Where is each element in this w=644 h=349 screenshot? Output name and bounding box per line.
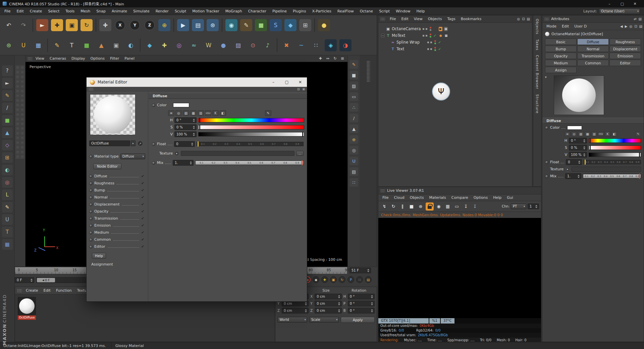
object-row[interactable]: − T MoText ✓ ● ▦ — [378, 32, 532, 39]
hsv-mode-icon[interactable]: HSV — [598, 131, 604, 136]
coord-system-select[interactable]: World▾ — [277, 317, 307, 323]
viewport-pan-icon[interactable]: ✚ — [317, 56, 323, 61]
panel-grip-icon[interactable] — [380, 17, 385, 21]
spline-primitive-icon[interactable]: S — [268, 16, 283, 35]
viewport-view-label[interactable]: Perspective — [30, 65, 51, 69]
slider-marker[interactable] — [302, 160, 303, 165]
visibility-dots[interactable] — [434, 40, 436, 44]
back-icon[interactable]: ◀ — [620, 24, 623, 28]
expander-icon[interactable] — [386, 47, 389, 51]
apply-button[interactable]: Apply — [341, 317, 375, 323]
color-wheel-icon[interactable]: ◎ — [571, 131, 577, 136]
channel-toggle[interactable]: Opacity ✔ — [89, 208, 145, 215]
stop-render-icon[interactable]: ■ — [408, 202, 416, 211]
palette-cell[interactable]: ∷ — [15, 98, 20, 103]
layer-toggle-icon[interactable] — [426, 35, 427, 37]
stepper-icon[interactable] — [338, 295, 340, 299]
eyedropper-icon[interactable]: ✎ — [265, 110, 271, 116]
spline-pen-tool-icon[interactable]: ✎ — [2, 90, 13, 101]
brush-tool-icon[interactable]: ✎ — [2, 202, 13, 213]
material-type-radio[interactable] — [89, 155, 93, 158]
channel-toggle[interactable]: Roughness ✔ — [89, 180, 145, 187]
locked-workplane-icon[interactable]: ▤ — [350, 167, 358, 176]
key-parameter-icon[interactable]: P — [347, 276, 354, 283]
viewport-menu-item[interactable]: Display — [69, 56, 88, 61]
undo-icon[interactable]: ↶ — [1, 16, 16, 35]
expander-icon[interactable] — [386, 41, 389, 44]
pause-render-icon[interactable]: ‖ — [398, 202, 407, 211]
float-value-field[interactable]: 0 — [566, 159, 582, 165]
object-tag-icon[interactable]: ▦ — [444, 27, 448, 31]
cube-tool-icon[interactable]: ■ — [2, 115, 13, 126]
object-manager-menu[interactable]: File — [387, 17, 398, 21]
sketch-tool-icon[interactable]: / — [2, 103, 13, 113]
field-icon[interactable]: ≈ — [186, 36, 201, 55]
slider-marker[interactable] — [302, 132, 303, 137]
render-settings-icon[interactable]: ⊛ — [417, 202, 425, 211]
gradient-slider[interactable] — [198, 132, 304, 136]
magnet-tool-icon[interactable]: U — [2, 214, 13, 225]
edges-mode-icon[interactable]: / — [350, 114, 358, 122]
panel-divider[interactable] — [360, 55, 377, 267]
object-tag-icon[interactable]: ▦ — [444, 34, 448, 38]
menu-item[interactable]: Help — [413, 9, 428, 13]
enabled-check-icon[interactable]: ✓ — [433, 34, 437, 38]
hsv-value-field[interactable]: 100 % — [174, 131, 197, 137]
scale-tool-icon[interactable]: ▣ — [64, 16, 79, 35]
grid-tool-icon[interactable]: ▦ — [2, 239, 13, 250]
rotate-tool-icon[interactable]: ↻ — [79, 16, 94, 35]
palette-cell[interactable]: ∷ — [20, 140, 24, 145]
slider-marker[interactable] — [590, 138, 591, 143]
material-manager-menu[interactable]: Edit — [41, 288, 53, 293]
palette-cell[interactable]: ∷ — [20, 155, 24, 159]
attribute-tab[interactable]: Assign — [545, 67, 577, 73]
octane-render-icon[interactable]: ◉ — [224, 16, 239, 35]
keyframe-icon[interactable]: ◆ — [313, 276, 319, 283]
palette-cell[interactable]: ∷ — [20, 112, 24, 117]
object-manager-menu[interactable]: Edit — [398, 17, 411, 21]
object-manager-menu[interactable]: Objects — [425, 17, 445, 21]
end-frame-field[interactable]: 51 F — [350, 268, 371, 273]
sculpt-brush-icon[interactable]: ✎ — [239, 16, 254, 35]
live-viewer-menu[interactable]: Gui — [504, 195, 516, 200]
last-tool-icon[interactable]: ✚ — [98, 16, 113, 35]
attribute-tab[interactable]: Opacity — [545, 53, 577, 59]
menu-item[interactable]: Window — [393, 9, 413, 13]
hsv-value-field[interactable]: 0 % — [174, 124, 197, 130]
palette-cell[interactable]: ∷ — [20, 84, 24, 89]
close-button[interactable]: ✕ — [293, 77, 307, 87]
viewport-menu-item[interactable]: Cameras — [47, 56, 69, 61]
attribute-tab[interactable]: Emission — [609, 53, 641, 59]
palette-cell[interactable]: ∷ — [20, 145, 24, 150]
menu-item[interactable]: Motion Tracker — [189, 9, 222, 13]
material-manager-menu[interactable]: Function — [53, 288, 74, 293]
mixer-mode-icon[interactable]: ◧ — [220, 110, 226, 116]
slider-marker[interactable] — [590, 145, 591, 150]
stepper-icon[interactable] — [190, 161, 192, 165]
live-viewer-menu[interactable]: File — [380, 195, 391, 200]
channel-toggle[interactable]: Transmission ✔ — [89, 215, 145, 222]
tracker-icon[interactable]: ⊙ — [246, 36, 260, 55]
panel-grip-icon[interactable] — [89, 88, 93, 91]
palette-cell[interactable]: ∷ — [20, 94, 24, 98]
spline-pen-icon[interactable]: ✎ — [50, 36, 64, 55]
octane-material-icon[interactable]: ◑ — [338, 36, 353, 55]
visibility-dots[interactable] — [434, 47, 436, 51]
palette-cell[interactable]: ∷ — [20, 65, 24, 70]
panel-menu-icon[interactable]: ▤ — [639, 17, 642, 21]
panel-grip-icon[interactable] — [380, 189, 385, 192]
render-picture-viewer-icon[interactable]: ▤ — [191, 16, 205, 35]
filter-icon[interactable]: ▤ — [527, 17, 530, 21]
layout-icon[interactable]: ⊞ — [302, 88, 305, 91]
palette-cell[interactable]: ∷ — [15, 117, 20, 121]
minimize-button[interactable]: – — [267, 77, 280, 87]
palette-cell[interactable]: ∷ — [20, 98, 24, 103]
primitive-group-icon[interactable]: ■ — [79, 36, 94, 55]
render-settings-icon[interactable]: ⊛ — [205, 16, 220, 35]
viewport-menu-item[interactable]: Panel — [122, 56, 137, 61]
palette-cell[interactable]: ∷ — [20, 117, 24, 121]
pick-material-icon[interactable]: ↗ — [138, 141, 143, 146]
rotation-field[interactable]: 0 ° — [348, 294, 375, 299]
assignment-label[interactable]: Assignment — [89, 262, 145, 267]
rgb-sliders-icon[interactable]: ≡ — [565, 131, 570, 136]
